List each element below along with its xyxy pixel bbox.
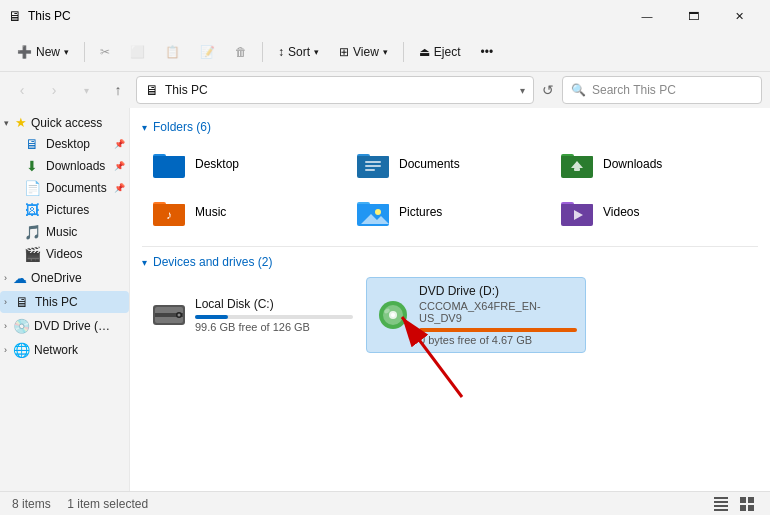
forward-button[interactable]: › <box>40 76 68 104</box>
view-icon: ⊞ <box>339 45 349 59</box>
svg-point-35 <box>391 313 395 317</box>
sidebar-item-desktop[interactable]: 🖥 Desktop 📌 <box>0 133 129 155</box>
devices-section-header[interactable]: ▾ Devices and drives (2) <box>142 255 758 269</box>
view-chevron-icon: ▾ <box>383 47 388 57</box>
close-button[interactable]: ✕ <box>716 0 762 32</box>
network-chevron-icon: › <box>4 345 7 355</box>
thispc-chevron-icon: › <box>4 297 7 307</box>
dvddrive-header[interactable]: › 💿 DVD Drive (D:) CCCC <box>0 315 129 337</box>
sidebar-videos-label: Videos <box>46 247 82 261</box>
sidebar-item-videos[interactable]: 🎬 Videos <box>0 243 129 265</box>
refresh-button[interactable]: ↺ <box>538 78 558 102</box>
address-text: This PC <box>165 83 514 97</box>
copy-button[interactable]: ⬜ <box>121 40 154 64</box>
svg-rect-7 <box>365 165 381 167</box>
sidebar-documents-label: Documents <box>46 181 107 195</box>
quick-access-header[interactable]: ▾ ★ Quick access <box>0 112 129 133</box>
maximize-button[interactable]: 🗖 <box>670 0 716 32</box>
sort-button[interactable]: ↕ Sort ▾ <box>269 40 328 64</box>
view-button[interactable]: ⊞ View ▾ <box>330 40 397 64</box>
new-button[interactable]: ➕ New ▾ <box>8 40 78 64</box>
back-button[interactable]: ‹ <box>8 76 36 104</box>
folder-downloads-icon <box>559 146 595 182</box>
sidebar-music-label: Music <box>46 225 77 239</box>
local-disk-space: 99.6 GB free of 126 GB <box>195 321 353 333</box>
folders-section-header[interactable]: ▾ Folders (6) <box>142 120 758 134</box>
devices-grid: Local Disk (C:) 99.6 GB free of 126 GB <box>142 277 758 353</box>
local-disk-progress-bar <box>195 315 353 319</box>
pin-icon-3: 📌 <box>114 183 125 193</box>
titlebar: 🖥 This PC — 🗖 ✕ <box>0 0 770 32</box>
recent-button[interactable]: ▾ <box>72 76 100 104</box>
downloads-icon: ⬇ <box>24 158 40 174</box>
hdd-icon <box>151 297 187 333</box>
sidebar-pictures-label: Pictures <box>46 203 89 217</box>
dvddrive-icon: 💿 <box>13 318 30 334</box>
dvddrive-label: DVD Drive (D:) CCCC <box>34 319 114 333</box>
svg-rect-42 <box>714 509 728 511</box>
thispc-icon: 🖥 <box>15 294 29 310</box>
device-dvd-drive[interactable]: DVD Drive (D:) CCCOMA_X64FRE_EN-US_DV9 0… <box>366 277 586 353</box>
folder-pictures-label: Pictures <box>399 205 442 219</box>
paste-button[interactable]: 📋 <box>156 40 189 64</box>
svg-rect-46 <box>748 505 754 511</box>
dvd-drive-subname: CCCOMA_X64FRE_EN-US_DV9 <box>419 300 577 324</box>
section-divider <box>142 246 758 247</box>
dvd-drive-name: DVD Drive (D:) <box>419 284 577 298</box>
network-header[interactable]: › 🌐 Network <box>0 339 129 361</box>
sidebar-downloads-label: Downloads <box>46 159 105 173</box>
svg-rect-39 <box>714 497 728 499</box>
more-button[interactable]: ••• <box>472 40 503 64</box>
thispc-header[interactable]: › 🖥 This PC <box>0 291 129 313</box>
rename-button[interactable]: 📝 <box>191 40 224 64</box>
sidebar-item-documents[interactable]: 📄 Documents 📌 <box>0 177 129 199</box>
folder-pictures[interactable]: Pictures <box>346 190 546 234</box>
network-label: Network <box>34 343 78 357</box>
folder-downloads[interactable]: Downloads <box>550 142 750 186</box>
sidebar-item-downloads[interactable]: ⬇ Downloads 📌 <box>0 155 129 177</box>
network-section: › 🌐 Network <box>0 339 129 361</box>
eject-icon: ⏏ <box>419 45 430 59</box>
selected-count: 1 item selected <box>67 497 148 511</box>
onedrive-label: OneDrive <box>31 271 82 285</box>
pin-icon-2: 📌 <box>114 161 125 171</box>
toolbar-separator <box>84 42 85 62</box>
folder-music[interactable]: ♪ Music <box>142 190 342 234</box>
sidebar-item-music[interactable]: 🎵 Music <box>0 221 129 243</box>
svg-rect-45 <box>740 505 746 511</box>
dvd-icon <box>375 297 411 333</box>
more-icon: ••• <box>481 45 494 59</box>
details-view-button[interactable] <box>710 493 732 515</box>
folder-videos[interactable]: Videos <box>550 190 750 234</box>
folder-videos-label: Videos <box>603 205 639 219</box>
statusbar-view-controls <box>710 493 758 515</box>
search-box[interactable]: 🔍 Search This PC <box>562 76 762 104</box>
address-chevron-icon: ▾ <box>520 85 525 96</box>
address-box[interactable]: 🖥 This PC ▾ <box>136 76 534 104</box>
tiles-view-button[interactable] <box>736 493 758 515</box>
content-area: ▾ Folders (6) Desktop <box>130 108 770 491</box>
toolbar-separator-3 <box>403 42 404 62</box>
devices-chevron-icon: ▾ <box>142 257 147 268</box>
cut-button[interactable]: ✂ <box>91 40 119 64</box>
minimize-button[interactable]: — <box>624 0 670 32</box>
delete-button[interactable]: 🗑 <box>226 40 256 64</box>
svg-rect-40 <box>714 501 728 503</box>
sort-icon: ↕ <box>278 45 284 59</box>
sidebar-item-pictures[interactable]: 🖼 Pictures <box>0 199 129 221</box>
eject-button[interactable]: ⏏ Eject <box>410 40 470 64</box>
toolbar-separator-2 <box>262 42 263 62</box>
dvddrive-chevron-icon: › <box>4 321 7 331</box>
device-local-disk[interactable]: Local Disk (C:) 99.6 GB free of 126 GB <box>142 277 362 353</box>
main-layout: ▾ ★ Quick access 🖥 Desktop 📌 ⬇ Downloads… <box>0 108 770 491</box>
folder-desktop[interactable]: Desktop <box>142 142 342 186</box>
svg-rect-2 <box>153 156 185 176</box>
folder-documents[interactable]: Documents <box>346 142 546 186</box>
onedrive-header[interactable]: › ☁ OneDrive <box>0 267 129 289</box>
thispc-label: This PC <box>35 295 78 309</box>
onedrive-chevron-icon: › <box>4 273 7 283</box>
sidebar: ▾ ★ Quick access 🖥 Desktop 📌 ⬇ Downloads… <box>0 108 130 491</box>
dvd-drive-info: DVD Drive (D:) CCCOMA_X64FRE_EN-US_DV9 0… <box>419 284 577 346</box>
quick-access-star-icon: ★ <box>15 115 27 130</box>
up-button[interactable]: ↑ <box>104 76 132 104</box>
